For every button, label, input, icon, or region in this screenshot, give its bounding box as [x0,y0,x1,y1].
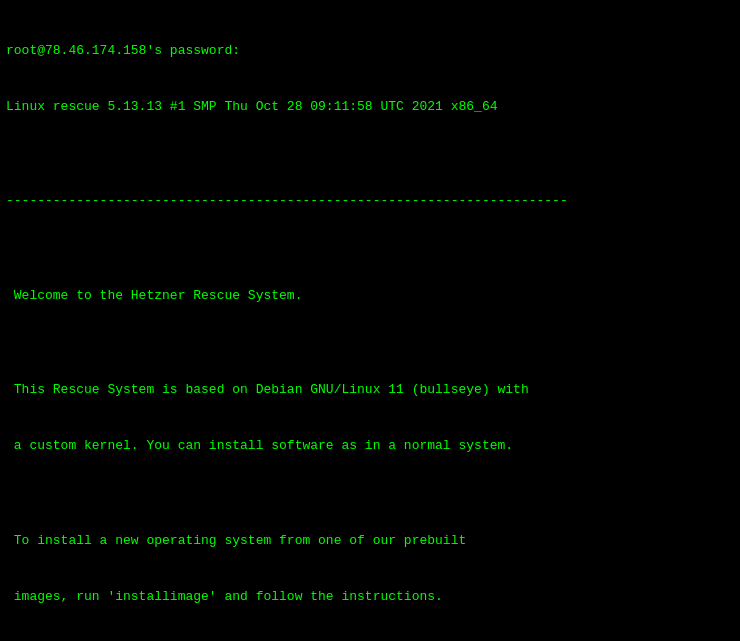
based2-line: a custom kernel. You can install softwar… [6,437,734,456]
password-line: root@78.46.174.158's password: [6,42,734,61]
welcome-line: Welcome to the Hetzner Rescue System. [6,287,734,306]
kernel-line: Linux rescue 5.13.13 #1 SMP Thu Oct 28 0… [6,98,734,117]
based1-line: This Rescue System is based on Debian GN… [6,381,734,400]
separator1: ----------------------------------------… [6,192,734,211]
install1-line: To install a new operating system from o… [6,532,734,551]
terminal-window: root@78.46.174.158's password: Linux res… [6,4,734,641]
install2-line: images, run 'installimage' and follow th… [6,588,734,607]
